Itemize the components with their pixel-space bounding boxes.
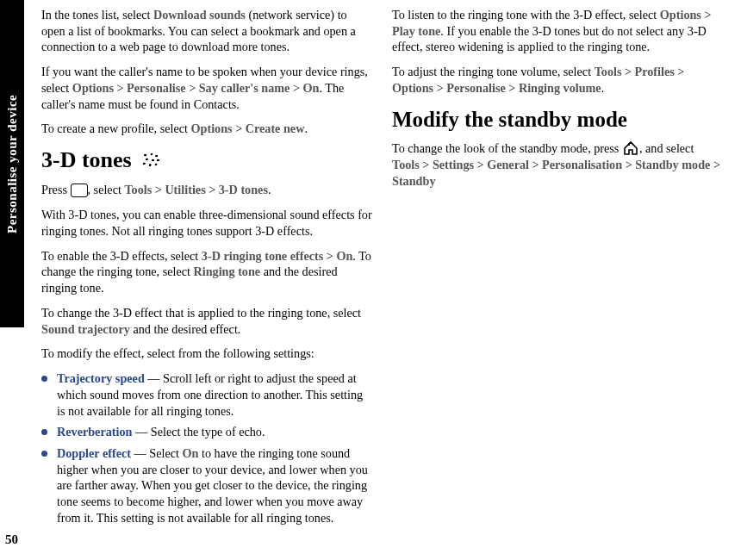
term-3d-tones: 3-D tones [219,183,268,196]
paragraph-3d-tones-intro: With 3-D tones, you can enable three-dim… [41,207,373,239]
term-reverberation: Reverberation [57,425,132,439]
term-tools: Tools [595,65,622,78]
paragraph-say-callers-name: If you want the caller's name to be spok… [41,64,373,112]
term-standby-mode: Standby mode [635,158,710,171]
term-options: Options [72,81,114,95]
term-download-sounds: Download sounds [153,8,246,22]
paragraph-download-sounds: In the tones list, select Download sound… [41,7,373,55]
term-ringing-tone: Ringing tone [194,264,261,278]
term-tools: Tools [124,183,152,196]
term-general: General [487,158,529,171]
paragraph-play-tone: To listen to the ringing tone with the 3… [392,7,724,55]
term-3d-ringing-tone-effects: 3-D ringing tone effects [202,249,323,263]
heading-3d-tones: 3-D tones [41,146,373,175]
term-play-tone: Play tone [392,24,440,38]
term-ringing-volume: Ringing volume [519,81,601,95]
key-icon [71,184,88,197]
list-item-reverberation: Reverberation — Select the type of echo. [41,424,373,440]
term-personalise: Personalise [446,81,506,95]
home-key-icon [622,140,639,156]
term-options: Options [191,121,233,135]
term-create-new: Create new [246,121,305,135]
settings-list: Trajectory speed — Scroll left or right … [41,370,373,526]
paragraph-ringing-volume: To adjust the ringing tone volume, selec… [392,64,724,96]
paragraph-sound-trajectory: To change the 3-D effect that is applied… [41,305,373,337]
svg-rect-0 [628,143,630,146]
tones-3d-icon [139,150,163,171]
term-doppler-effect: Doppler effect [57,446,131,460]
term-on: On [336,249,352,263]
term-options: Options [392,81,433,95]
paragraph-press-3d-tones: Press , select Tools > Utilities > 3-D t… [41,182,373,198]
term-tools: Tools [392,158,420,171]
term-profiles: Profiles [635,65,675,78]
term-on: On [302,81,319,95]
paragraph-create-profile: To create a new profile, select Options … [41,121,373,137]
term-trajectory-speed: Trajectory speed [57,371,145,385]
term-options: Options [660,8,701,22]
paragraph-enable-3d: To enable the 3-D effects, select 3-D ri… [41,248,373,296]
term-on: On [183,446,199,460]
term-sound-trajectory: Sound trajectory [41,322,130,336]
side-tab: Personalise your device [0,0,24,327]
term-settings: Settings [433,158,474,171]
term-say-callers-name: Say caller's name [199,81,290,95]
paragraph-modify-effect: To modify the effect, select from the fo… [41,345,373,362]
heading-modify-standby: Modify the standby mode [392,105,724,134]
term-utilities: Utilities [165,183,205,196]
page-content: In the tones list, select Download sound… [41,7,724,551]
paragraph-standby-mode: To change the look of the standby mode, … [392,140,724,190]
list-item-doppler-effect: Doppler effect — Select On to have the r… [41,445,373,526]
term-personalise: Personalise [127,81,186,95]
term-standby: Standby [392,174,435,188]
list-item-trajectory-speed: Trajectory speed — Scroll left or right … [41,370,373,419]
page-number: 50 [5,532,18,547]
term-personalisation: Personalisation [542,158,622,171]
